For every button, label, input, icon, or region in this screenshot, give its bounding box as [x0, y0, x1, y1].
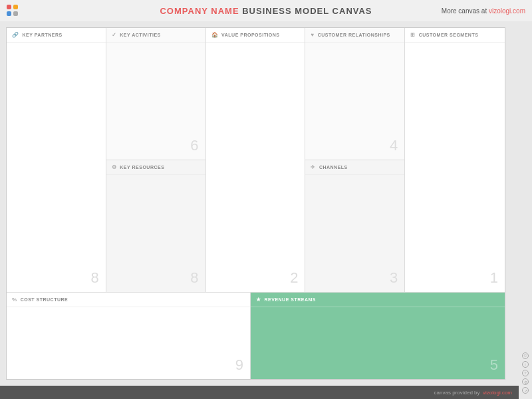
- sidebar-icon-4[interactable]: ⚙: [522, 378, 529, 385]
- canvas: 🔗 KEY PARTNERS 8 ✓ KEY ACTIVITIES 6: [6, 27, 505, 380]
- cost-structure-icon: %: [12, 297, 17, 303]
- value-props-label: VALUE PROPOSITIONS: [221, 33, 279, 37]
- app-container: COMPANY NAME BUSINESS MODEL CANVAS More …: [0, 0, 532, 399]
- customer-segments-label: CUSTOMER SEGMENTS: [419, 33, 479, 37]
- revenue-streams-number: 5: [490, 356, 498, 374]
- activities-resources-col: ✓ KEY ACTIVITIES 6 ⚙ KEY RESOURCES 8: [106, 28, 206, 292]
- vizologi-header-link[interactable]: vizologi.com: [489, 7, 525, 15]
- canvas-title: BUSINESS MODEL CANVAS: [242, 6, 372, 16]
- customer-segments-header: ⊞ CUSTOMER SEGMENTS: [405, 28, 505, 43]
- channels-header: ✈ CHANNELS: [305, 160, 404, 175]
- sidebar-icon-1[interactable]: ©: [522, 352, 529, 359]
- customer-channels-col: ♥ CUSTOMER RELATIONSHIPS 4 ✈ CHANNELS 3: [305, 28, 405, 292]
- header-title: COMPANY NAME BUSINESS MODEL CANVAS: [160, 6, 372, 16]
- more-canvas-text: More canvas at: [442, 7, 487, 15]
- value-props-icon: 🏠: [211, 32, 219, 38]
- canvas-top: 🔗 KEY PARTNERS 8 ✓ KEY ACTIVITIES 6: [7, 28, 505, 293]
- key-partners-number: 8: [91, 269, 99, 287]
- sidebar-icon-5[interactable]: ↗: [522, 387, 529, 394]
- header: COMPANY NAME BUSINESS MODEL CANVAS More …: [0, 0, 532, 21]
- footer: canvas provided by vizologi.com: [0, 386, 519, 399]
- customer-segments-cell[interactable]: ⊞ CUSTOMER SEGMENTS 1: [405, 28, 505, 292]
- revenue-streams-label: REVENUE STREAMS: [265, 297, 317, 302]
- customer-segments-icon: ⊞: [410, 32, 416, 38]
- key-partners-icon: 🔗: [12, 32, 19, 38]
- logo-dot-3: [7, 11, 11, 16]
- value-props-number: 2: [290, 269, 298, 287]
- customer-rel-number: 4: [390, 137, 398, 154]
- vizologi-footer-link[interactable]: vizologi.com: [483, 390, 512, 396]
- key-activities-cell[interactable]: ✓ KEY ACTIVITIES 6: [106, 28, 205, 160]
- right-sidebar: © i ? ⚙ ↗: [519, 21, 532, 399]
- key-resources-number: 8: [190, 269, 198, 287]
- company-name: COMPANY NAME: [160, 6, 239, 16]
- header-right: More canvas at vizologi.com: [442, 7, 525, 15]
- key-partners-cell[interactable]: 🔗 KEY PARTNERS 8: [7, 28, 106, 292]
- canvas-bottom: % COST STRUCTURE 9 ★ REVENUE STREAMS 5: [7, 293, 505, 379]
- value-props-header: 🏠 VALUE PROPOSITIONS: [206, 28, 305, 43]
- cost-structure-cell[interactable]: % COST STRUCTURE 9: [7, 293, 251, 379]
- footer-text: canvas provided by: [434, 390, 480, 396]
- revenue-streams-header: ★ REVENUE STREAMS: [251, 293, 505, 307]
- key-activities-header: ✓ KEY ACTIVITIES: [106, 28, 205, 43]
- channels-number: 3: [390, 269, 398, 287]
- logo: [7, 5, 19, 17]
- key-activities-label: KEY ACTIVITIES: [120, 33, 160, 37]
- key-resources-icon: ⚙: [112, 164, 117, 170]
- cost-structure-header: % COST STRUCTURE: [7, 293, 250, 307]
- key-activities-number: 6: [190, 137, 198, 154]
- key-partners-header: 🔗 KEY PARTNERS: [7, 28, 106, 43]
- channels-cell[interactable]: ✈ CHANNELS 3: [305, 160, 404, 293]
- logo-dot-2: [13, 5, 18, 9]
- customer-relationships-cell[interactable]: ♥ CUSTOMER RELATIONSHIPS 4: [305, 28, 404, 160]
- channels-label: CHANNELS: [319, 165, 348, 170]
- customer-segments-number: 1: [490, 269, 498, 287]
- logo-dots: [7, 5, 19, 17]
- cost-structure-number: 9: [235, 356, 243, 374]
- logo-dot-1: [7, 5, 11, 9]
- revenue-streams-icon: ★: [256, 297, 261, 303]
- sidebar-icon-3[interactable]: ?: [522, 370, 529, 376]
- customer-rel-header: ♥ CUSTOMER RELATIONSHIPS: [305, 28, 404, 43]
- customer-rel-icon: ♥: [311, 32, 314, 38]
- logo-dot-4: [13, 11, 18, 16]
- key-resources-header: ⚙ KEY RESOURCES: [106, 160, 205, 175]
- key-activities-icon: ✓: [112, 32, 117, 38]
- key-resources-cell[interactable]: ⚙ KEY RESOURCES 8: [106, 160, 205, 293]
- channels-icon: ✈: [311, 164, 316, 170]
- revenue-streams-cell[interactable]: ★ REVENUE STREAMS 5: [251, 293, 505, 379]
- customer-rel-label: CUSTOMER RELATIONSHIPS: [318, 33, 390, 37]
- value-propositions-cell[interactable]: 🏠 VALUE PROPOSITIONS 2: [206, 28, 306, 292]
- sidebar-icon-2[interactable]: i: [522, 361, 529, 368]
- key-resources-label: KEY RESOURCES: [120, 165, 164, 170]
- cost-structure-label: COST STRUCTURE: [21, 297, 68, 302]
- key-partners-label: KEY PARTNERS: [23, 33, 63, 37]
